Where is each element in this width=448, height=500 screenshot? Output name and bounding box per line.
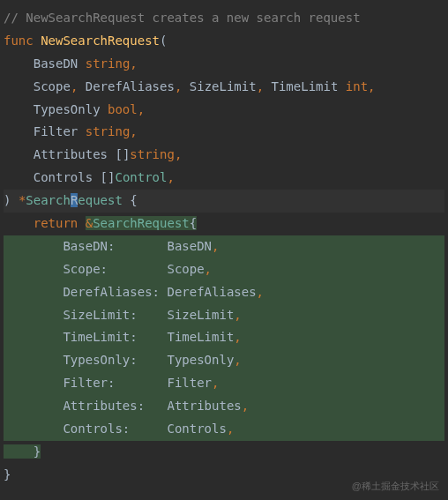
code-line: func NewSearchRequest( <box>4 30 444 53</box>
code-line: TypesOnly: TypesOnly, <box>4 349 444 372</box>
watermark-text: @稀土掘金技术社区 <box>352 477 439 495</box>
keyword-return: return <box>34 216 78 230</box>
code-line: Scope, DerefAliases, SizeLimit, TimeLimi… <box>4 76 444 99</box>
code-line: BaseDN: BaseDN, <box>4 235 444 258</box>
comment-text: // NewSearchRequest creates a new search… <box>4 11 361 25</box>
code-line: BaseDN string, <box>4 53 444 76</box>
code-block: // NewSearchRequest creates a new search… <box>4 7 444 487</box>
code-line: } <box>4 441 444 464</box>
code-line: // NewSearchRequest creates a new search… <box>4 7 444 30</box>
code-line: Filter string, <box>4 121 444 144</box>
code-line-highlighted: ) *SearchRequest { <box>4 190 444 213</box>
code-line: return &SearchRequest{ <box>4 213 444 235</box>
code-line: SizeLimit: SizeLimit, <box>4 304 444 327</box>
code-line: Attributes []string, <box>4 144 444 167</box>
code-line: Attributes: Attributes, <box>4 395 444 418</box>
code-line: Filter: Filter, <box>4 372 444 395</box>
code-line: Controls: Controls, <box>4 418 444 441</box>
code-line: Controls []Control, <box>4 167 444 190</box>
code-line: Scope: Scope, <box>4 258 444 281</box>
function-name: NewSearchRequest <box>41 34 160 48</box>
code-line: TimeLimit: TimeLimit, <box>4 326 444 349</box>
code-line: TypesOnly bool, <box>4 99 444 122</box>
code-line: DerefAliases: DerefAliases, <box>4 281 444 304</box>
keyword-func: func <box>4 34 34 48</box>
